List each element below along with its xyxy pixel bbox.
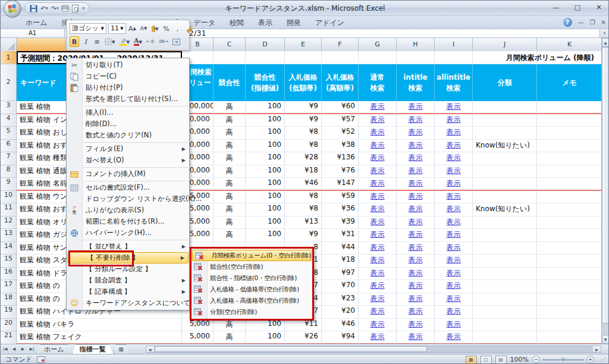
name-box[interactable]: A1 [1,29,65,37]
cell-classification[interactable] [473,268,537,281]
cell-bid-high[interactable]: ¥97 [322,268,359,281]
column-header-i[interactable]: I [435,38,473,52]
ribbon-tab-校閲[interactable]: 校閲 [222,16,251,29]
show-link[interactable]: 表示 [409,320,423,328]
menu-item[interactable]: コピー(C) [67,71,189,82]
vertical-scroll-thumb[interactable] [602,47,609,324]
maximize-button[interactable]: □ [569,3,586,13]
cell-classification[interactable] [473,293,537,306]
menu-item[interactable]: ア亜ふりがなの表示(S) [67,205,189,216]
grow-font-button[interactable]: A▲ [128,23,137,34]
first-sheet-icon[interactable]: |◀ [1,344,10,354]
cell-bid-low[interactable]: ¥8 [285,191,322,204]
cell-memo[interactable] [537,229,602,242]
cell-index[interactable]: 100 [246,101,285,114]
zoom-level[interactable]: 100% [510,356,529,363]
column-header-g[interactable]: G [359,38,397,52]
prev-sheet-icon[interactable]: ◀ [10,344,18,354]
show-link[interactable]: 表示 [371,269,385,277]
show-link[interactable]: 表示 [371,332,385,341]
show-link[interactable]: 表示 [447,205,461,213]
show-link[interactable]: 表示 [447,307,461,315]
show-link[interactable]: 表示 [371,179,385,187]
cell-memo[interactable] [537,203,602,216]
show-link[interactable]: 表示 [409,115,423,124]
workbook-minimize-button[interactable]: — [578,18,584,27]
menu-item[interactable]: フィルタ(E)▶ [67,143,189,155]
decrease-decimal-icon[interactable]: .00→ [157,36,169,47]
show-link[interactable]: 表示 [409,102,423,111]
cell-bid-low[interactable]: ¥13 [285,216,322,230]
column-header-k[interactable]: K [537,38,602,52]
table-header-h[interactable]: intitle検索 [397,64,435,101]
show-link[interactable]: 表示 [371,115,385,124]
shrink-font-button[interactable]: A▼ [139,23,149,34]
show-link[interactable]: 表示 [447,141,461,149]
cell-bid-high[interactable]: ¥38 [322,140,359,153]
show-link[interactable]: 表示 [409,294,423,303]
cell-bid-low[interactable]: ¥8 [285,203,322,216]
column-header-f[interactable]: F [322,38,359,52]
insert-worksheet-tab[interactable]: ▦ [114,344,129,354]
font-size-select[interactable]: 11▾ [108,23,126,34]
cell-memo[interactable] [537,268,602,281]
cell-bid-low[interactable]: ¥46 [285,178,322,191]
center-align-icon[interactable]: ≡ [92,36,102,47]
menu-item[interactable]: 【 競合調査 】▶ [67,275,189,286]
percent-style-button[interactable]: % [162,23,171,34]
horizontal-scrollbar[interactable]: ◀ ▶ [146,346,601,353]
column-header-e[interactable]: E [285,38,322,52]
show-link[interactable]: 表示 [409,167,423,175]
cell-keyword[interactable]: 観葉 植物 パキラ [17,319,182,332]
menu-item[interactable]: ✂切り取り(T) [67,59,189,71]
resize-grip[interactable]: ⋰ [600,356,606,363]
cell-bid-high[interactable]: ¥20 [322,306,359,319]
row-header-16[interactable]: 16 [1,268,17,281]
show-link[interactable]: 表示 [447,192,461,200]
row-header-10[interactable]: 10 [1,191,17,204]
cell-classification[interactable] [473,101,537,114]
cell-memo[interactable] [537,127,602,140]
vertical-scrollbar[interactable]: ▲ ▼ [601,38,608,344]
menu-item[interactable]: 形式を選択して貼り付け(S)... [67,93,189,105]
cell-bid-high[interactable]: ¥46 [322,319,359,332]
cell-memo[interactable] [537,191,602,204]
show-link[interactable]: 表示 [371,307,385,315]
show-link[interactable]: 表示 [371,243,385,252]
cell-competition[interactable]: 高 [214,165,246,178]
cell-classification[interactable] [473,255,537,268]
cell-competition[interactable]: 高 [214,203,246,216]
horizontal-scroll-thumb[interactable] [155,346,428,352]
show-link[interactable]: 表示 [371,192,385,200]
menu-item[interactable]: 削除(D)... [67,118,189,130]
show-link[interactable]: 表示 [371,218,385,226]
cell[interactable] [285,51,322,64]
show-link[interactable]: 表示 [371,320,385,328]
scroll-down-icon[interactable]: ▼ [602,335,609,344]
cell-competition[interactable]: 高 [214,178,246,191]
cell-classification[interactable] [473,319,537,332]
column-header-j[interactable]: J [473,38,537,52]
cell-bid-high[interactable]: ¥44 [322,242,359,255]
row-header-8[interactable]: 8 [1,165,17,178]
show-link[interactable]: 表示 [409,179,423,187]
row-header-4[interactable]: 4 [1,114,17,127]
cell-index[interactable]: 100 [246,203,285,216]
cell-memo[interactable] [537,242,602,255]
submenu-item[interactable]: 入札価格 - 低価格帯(空白行削除) [192,284,312,295]
cell-classification[interactable] [473,165,537,178]
row-header-1[interactable]: 1 [1,51,17,64]
zoom-slider[interactable]: − ▽ + [532,356,594,363]
cell-competition[interactable]: 高 [214,140,246,153]
submenu-item[interactable]: 月間検索ボリューム(0・空白行削除) [192,250,312,261]
cell-bid-low[interactable]: ¥8 [285,140,322,153]
submenu-item[interactable]: 競合性 - 指標値(0・空白行削除) [192,272,312,284]
cell-bid-low[interactable]: ¥26 [285,331,322,344]
show-link[interactable]: 表示 [447,294,461,303]
row-header-11[interactable]: 11 [1,203,17,216]
borders-icon[interactable]: ▾ [103,36,117,47]
row-header-2[interactable]: 2 [1,64,17,101]
show-link[interactable]: 表示 [447,218,461,226]
menu-item[interactable]: ☺キーワードアシスタンスについて [67,297,189,309]
cell-memo[interactable] [537,114,602,127]
